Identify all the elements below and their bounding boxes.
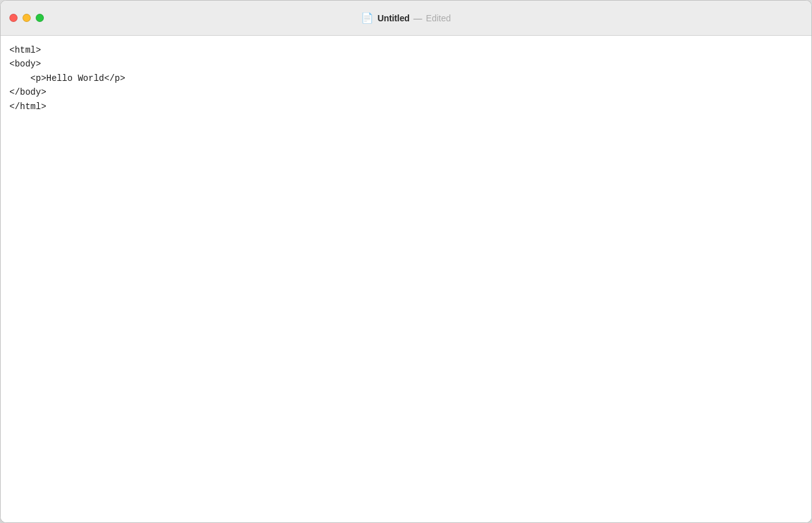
document-icon: 📄	[361, 12, 373, 24]
window-title-area: 📄 Untitled — Edited	[361, 12, 450, 24]
edited-label: Edited	[426, 13, 451, 23]
maximize-button[interactable]	[36, 14, 44, 22]
app-window: 📄 Untitled — Edited <html> <body> <p>Hel…	[0, 0, 812, 523]
code-editor[interactable]: <html> <body> <p>Hello World</p> </body>…	[9, 43, 803, 114]
title-separator: —	[414, 13, 422, 23]
titlebar: 📄 Untitled — Edited	[1, 1, 811, 36]
window-title: Untitled	[377, 13, 409, 23]
minimize-button[interactable]	[23, 14, 31, 22]
close-button[interactable]	[9, 14, 18, 22]
editor-content-area[interactable]: <html> <body> <p>Hello World</p> </body>…	[1, 36, 811, 522]
traffic-lights	[9, 14, 44, 22]
